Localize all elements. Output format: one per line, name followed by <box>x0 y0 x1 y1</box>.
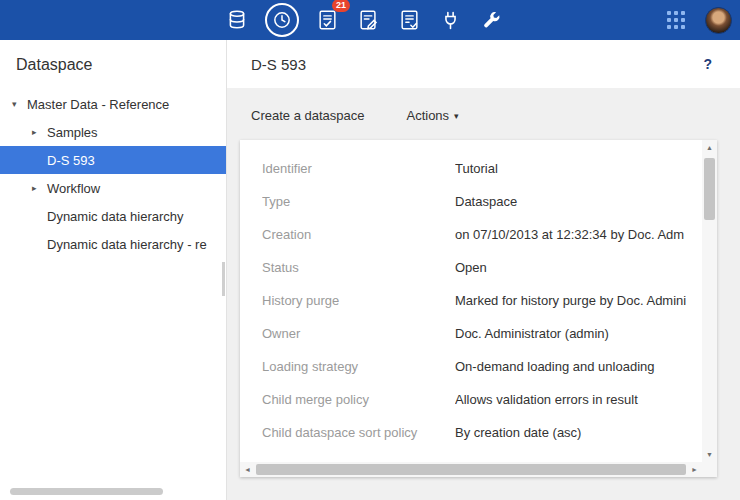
document-check-icon[interactable] <box>396 7 422 33</box>
property-row-type: Type Dataspace <box>240 185 702 218</box>
tree-item-label: Master Data - Reference <box>27 97 169 112</box>
scroll-down-icon[interactable]: ▼ <box>702 447 717 462</box>
property-row-identifier: Identifier Tutorial <box>240 152 702 185</box>
help-button[interactable]: ? <box>699 54 716 74</box>
property-row-child-sort-policy: Child dataspace sort policy By creation … <box>240 416 702 449</box>
actions-menu-button[interactable]: Actions ▾ <box>406 108 458 123</box>
user-avatar[interactable] <box>705 7 732 34</box>
properties-list: Identifier Tutorial Type Dataspace Creat… <box>240 140 702 462</box>
tree-collapsed-icon[interactable]: ▸ <box>32 183 47 193</box>
property-label: Status <box>262 260 455 275</box>
property-value: Doc. Administrator (admin) <box>455 326 702 341</box>
main-content: D-S 593 ? Create a dataspace Actions ▾ I… <box>227 40 740 500</box>
tree-item-dynamic-data-hierarchy[interactable]: Dynamic data hierarchy <box>0 202 226 230</box>
chevron-down-icon: ▾ <box>454 111 459 121</box>
scroll-right-icon[interactable]: ► <box>687 462 702 477</box>
card-vertical-scrollbar[interactable]: ▲ ▼ <box>702 140 717 462</box>
scroll-up-icon[interactable]: ▲ <box>702 140 717 155</box>
tree-item-dynamic-data-hierarchy-re[interactable]: Dynamic data hierarchy - re <box>0 230 226 258</box>
plug-icon[interactable] <box>437 7 463 33</box>
property-label: Owner <box>262 326 455 341</box>
tree-expanded-icon[interactable]: ▾ <box>12 99 27 109</box>
property-value: On-demand loading and unloading <box>455 359 702 374</box>
create-dataspace-button[interactable]: Create a dataspace <box>251 108 364 123</box>
property-label: History purge <box>262 293 455 308</box>
main-header: D-S 593 ? <box>227 40 740 88</box>
top-navigation-bar: 21 <box>0 0 740 40</box>
tree-item-label: Dynamic data hierarchy <box>47 209 184 224</box>
page-title: D-S 593 <box>251 56 306 73</box>
dataspace-tree: ▾ Master Data - Reference ▸ Samples D-S … <box>0 88 226 258</box>
apps-grid-icon[interactable] <box>663 7 689 33</box>
dataspace-toolbar: Create a dataspace Actions ▾ <box>227 88 740 123</box>
property-value: Open <box>455 260 702 275</box>
property-row-owner: Owner Doc. Administrator (admin) <box>240 317 702 350</box>
clock-icon-active[interactable] <box>265 3 299 37</box>
property-row-status: Status Open <box>240 251 702 284</box>
sidebar-vertical-scrollbar-thumb[interactable] <box>222 262 225 296</box>
property-label: Creation <box>262 227 455 242</box>
tree-item-ds-593[interactable]: D-S 593 <box>0 146 226 174</box>
tree-item-label: Samples <box>47 125 98 140</box>
topbar-right-group <box>663 0 732 40</box>
vertical-scrollbar-thumb[interactable] <box>704 158 715 220</box>
property-label: Child merge policy <box>262 392 455 407</box>
task-count-badge: 21 <box>332 0 350 12</box>
property-label: Type <box>262 194 455 209</box>
tree-item-samples[interactable]: ▸ Samples <box>0 118 226 146</box>
tree-item-label: Dynamic data hierarchy - re <box>47 237 207 252</box>
property-label: Child dataspace sort policy <box>262 425 455 440</box>
tree-item-label: Workflow <box>47 181 100 196</box>
database-icon[interactable] <box>224 7 250 33</box>
property-value: Allows validation errors in result <box>455 392 702 407</box>
property-row-creation: Creation on 07/10/2013 at 12:32:34 by Do… <box>240 218 702 251</box>
scrollbar-corner <box>702 462 717 477</box>
tasks-icon[interactable]: 21 <box>314 7 340 33</box>
horizontal-scrollbar-thumb[interactable] <box>256 464 686 475</box>
property-label: Loading strategy <box>262 359 455 374</box>
property-value: on 07/10/2013 at 12:32:34 by Doc. Adm <box>455 227 702 242</box>
edit-document-icon[interactable] <box>355 7 381 33</box>
tree-collapsed-icon[interactable]: ▸ <box>32 127 47 137</box>
actions-menu-label: Actions <box>406 108 449 123</box>
property-row-history-purge: History purge Marked for history purge b… <box>240 284 702 317</box>
dataspace-sidebar: Dataspace ▾ Master Data - Reference ▸ Sa… <box>0 40 227 500</box>
property-value: Dataspace <box>455 194 702 209</box>
card-horizontal-scrollbar[interactable]: ◄ ► <box>240 462 702 477</box>
dataspace-properties-card: Identifier Tutorial Type Dataspace Creat… <box>240 140 717 477</box>
tree-item-master-data-reference[interactable]: ▾ Master Data - Reference <box>0 90 226 118</box>
property-row-loading-strategy: Loading strategy On-demand loading and u… <box>240 350 702 383</box>
sidebar-title: Dataspace <box>0 40 226 88</box>
tree-item-label: D-S 593 <box>47 153 95 168</box>
topbar-icon-group: 21 <box>224 0 504 40</box>
wrench-icon[interactable] <box>478 7 504 33</box>
property-value: Marked for history purge by Doc. Admini <box>455 293 702 308</box>
sidebar-horizontal-scrollbar[interactable] <box>10 488 163 495</box>
property-row-child-merge-policy: Child merge policy Allows validation err… <box>240 383 702 416</box>
property-label: Identifier <box>262 161 455 176</box>
property-value: Tutorial <box>455 161 702 176</box>
property-value: By creation date (asc) <box>455 425 702 440</box>
tree-item-workflow[interactable]: ▸ Workflow <box>0 174 226 202</box>
scroll-left-icon[interactable]: ◄ <box>240 462 255 477</box>
